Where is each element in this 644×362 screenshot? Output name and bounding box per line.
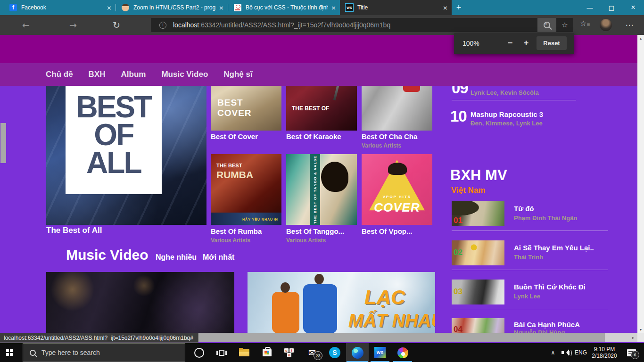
album-artist: Various Artists [286, 237, 326, 244]
album-title[interactable]: Best Of Karaoke [286, 132, 341, 140]
person-favicon [122, 4, 129, 11]
mv-thumb-ai-se-thay[interactable]: 02 [452, 240, 504, 265]
zoom-reset-button[interactable]: Reset [537, 36, 567, 50]
album-title[interactable]: Best Of Tanggo... [286, 227, 344, 235]
windows-taskbar: Type here to search uin ✉ 23 S WS ∧ ENG … [0, 343, 644, 362]
scroll-down-icon[interactable]: ▾ [637, 326, 644, 333]
tab-close-icon[interactable]: × [219, 4, 224, 11]
close-button[interactable]: × [622, 0, 644, 15]
chart-rank: 10 [450, 107, 467, 125]
microsoft-store-button[interactable] [256, 343, 278, 362]
favorites-bar-icon[interactable]: ☆≡ [580, 19, 590, 28]
site-nav: Chủ đề BXH Album Music Video Nghệ sĩ [0, 63, 644, 86]
album-title[interactable]: Best Of Cover [211, 132, 258, 140]
album-art-best-of-rumba[interactable]: THE BEST RUMBA HÃY YÊU NHAU ĐI [211, 154, 281, 225]
album-title[interactable]: Best Of Rumba [211, 227, 262, 235]
tab-close-icon[interactable]: × [331, 4, 336, 11]
album-art-best-of-cha-cha[interactable]: T CH [362, 86, 432, 131]
refresh-button[interactable]: ↻ [108, 15, 124, 35]
menu-dots-icon[interactable]: ⋯ [622, 19, 636, 31]
skype-button[interactable]: S [323, 343, 346, 362]
tab-moi-nhat[interactable]: Mới nhất [203, 253, 234, 262]
add-favorite-star-icon[interactable]: ☆ [556, 21, 573, 29]
taskbar-search-box[interactable]: Type here to search [23, 343, 185, 362]
mv-thumb-bai-ca-hanh-phuc[interactable]: 04 [452, 318, 504, 333]
volume-button[interactable] [559, 343, 572, 362]
profile-avatar[interactable] [600, 19, 612, 31]
album-artist: Various Artists [362, 142, 401, 149]
action-center-button[interactable]: 6 [621, 343, 641, 362]
album-title[interactable]: Best Of Vpop... [362, 227, 413, 235]
nav-nghe-si[interactable]: Nghệ sĩ [223, 70, 252, 79]
scroll-up-icon[interactable]: ▴ [637, 35, 644, 41]
tab-nghe-nhieu[interactable]: Nghe nhiều [156, 253, 197, 262]
mail-button[interactable]: ✉ 23 [301, 343, 323, 362]
album-art-best-of-vpop[interactable]: VPOP HITS COVER [362, 154, 432, 225]
album-art-best-of-karaoke[interactable]: A O K THE BEST OF [286, 86, 357, 131]
edge-button[interactable] [346, 343, 369, 362]
back-button[interactable]: ← [18, 15, 34, 35]
tab-title: Facebook [21, 4, 104, 11]
maximize-button[interactable]: □ [601, 0, 622, 15]
mv-title[interactable]: Từ đó [514, 205, 534, 213]
mv-title[interactable]: Bài Ca Hạnh PhúcA [514, 321, 580, 329]
nav-album[interactable]: Album [121, 70, 146, 79]
vertical-scroll-thumb[interactable] [0, 123, 6, 163]
zoom-out-button[interactable]: − [504, 36, 516, 50]
tab-close-icon[interactable]: × [443, 4, 448, 11]
nav-music-video[interactable]: Music Video [161, 70, 208, 79]
chart-song-title[interactable]: Mashup Rapcoustic 3 [471, 110, 543, 118]
start-button[interactable] [0, 343, 23, 362]
file-explorer-button[interactable] [233, 343, 256, 362]
album-art-best-of-all[interactable]: BEST OF ALL [46, 86, 206, 225]
tab-zoom-tutorial[interactable]: Zoom in HTML/CSS Part2 - prog × [116, 0, 228, 15]
paint-button[interactable] [391, 343, 414, 362]
mv-thumb-tu-do[interactable]: 01 [452, 201, 504, 226]
bxh-mv-region[interactable]: Việt Nam [451, 186, 485, 195]
tray-show-hidden-icons[interactable]: ∧ [547, 343, 559, 362]
divider [452, 230, 608, 231]
notification-badge: 6 [631, 351, 639, 359]
unikey-button[interactable]: uin [278, 343, 301, 362]
tab-title: Title [357, 4, 440, 11]
tray-date: 2/18/2020 [592, 353, 617, 359]
tab-close-icon[interactable]: × [107, 4, 112, 11]
address-bar[interactable]: i localhost:63342/untitled/ASS2/ASS.html… [151, 18, 573, 32]
cortana-button[interactable] [188, 343, 210, 362]
zoom-level-value: 100% [462, 40, 479, 47]
scroll-right-icon[interactable]: ▸ [629, 333, 637, 342]
vertical-scrollbar[interactable]: ▴ ▾ [637, 35, 644, 333]
new-tab-button[interactable]: + [452, 0, 466, 15]
site-info-icon[interactable]: i [159, 22, 166, 29]
language-indicator[interactable]: ENG [572, 343, 589, 362]
paint-palette-icon [397, 347, 408, 358]
url-text[interactable]: localhost:63342/untitled/ASS2/ASS.html?_… [173, 21, 537, 29]
mv-title[interactable]: Buồn Thì Cứ Khóc Đi [514, 283, 586, 291]
status-link-tooltip: localhost:63342/untitled/ASS2/ASS.html?_… [0, 333, 198, 343]
minimize-button[interactable]: — [579, 0, 601, 15]
edge-icon [352, 347, 363, 359]
music-video-thumb-2[interactable]: LẠC MẤT NHAU [248, 272, 435, 333]
cortana-icon [194, 348, 204, 358]
album-art-best-of-cover[interactable]: BEST COVER [211, 86, 281, 131]
tab-css-layout[interactable]: Bố cục với CSS - Thuộc tính định × [228, 0, 340, 15]
album-title[interactable]: Best Of Cha Cha [362, 132, 417, 140]
mv-title[interactable]: Ai Sẽ Thay Em Yêu Lại.. [514, 244, 594, 252]
webstorm-button[interactable]: WS [369, 343, 391, 362]
rank-badge: 02 [454, 248, 462, 257]
tab-title-active[interactable]: WS Title × [340, 0, 452, 15]
task-view-button[interactable] [210, 343, 233, 362]
forward-button[interactable]: → [65, 15, 81, 35]
nav-bxh[interactable]: BXH [89, 70, 106, 79]
tab-facebook[interactable]: f Facebook × [4, 0, 116, 15]
zoom-level-icon[interactable] [537, 18, 556, 32]
zoom-in-button[interactable]: + [520, 36, 532, 50]
mv-thumb-buon-thi-cu-khoc[interactable]: 03 [452, 280, 504, 304]
nav-chu-de[interactable]: Chủ đề [46, 70, 73, 79]
browser-zoom-popup: 100% − + Reset [454, 33, 574, 54]
clock[interactable]: 9:10 PM 2/18/2020 [589, 343, 619, 362]
album-art-best-of-tango[interactable]: THE BEST OF TANGO & VALSE [286, 154, 357, 225]
store-bag-icon [263, 349, 272, 356]
music-video-thumb-1[interactable] [46, 272, 234, 333]
album-title[interactable]: The Best of All [46, 226, 102, 235]
